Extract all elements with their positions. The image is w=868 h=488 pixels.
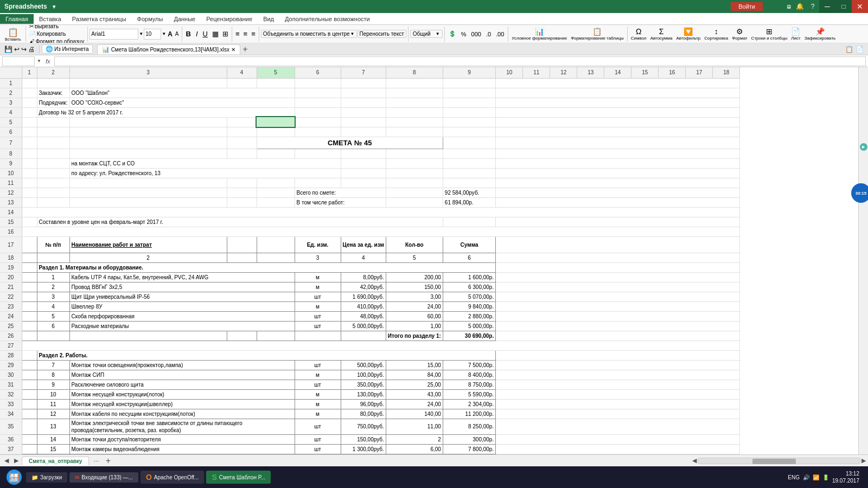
cell-20-I[interactable]: 1 600,00р. bbox=[443, 272, 495, 282]
cell-22-F[interactable]: шт bbox=[295, 292, 341, 301]
cell-38-C[interactable]: Укладка кабеля UTP 5cat bbox=[69, 454, 295, 454]
format-table-button[interactable]: 📋 Форматирование таблицы bbox=[569, 26, 626, 42]
cell-21-F[interactable]: м bbox=[295, 282, 341, 292]
cell-33-F[interactable]: м bbox=[295, 399, 341, 409]
col-header-18[interactable]: 18 bbox=[713, 67, 740, 78]
horizontal-scrollbar[interactable] bbox=[698, 458, 860, 464]
font-increase-button[interactable]: A bbox=[167, 30, 174, 38]
cell-35-G[interactable]: 750,00руб. bbox=[341, 419, 386, 434]
col-header-11[interactable]: 11 bbox=[523, 67, 550, 78]
cell-7-E[interactable]: СМЕТА № 45 bbox=[257, 137, 443, 149]
cell-33-G[interactable]: 96,00руб. bbox=[341, 399, 386, 409]
cell-34-F[interactable]: м bbox=[295, 409, 341, 419]
col-header-1[interactable]: 1 bbox=[22, 67, 37, 78]
cell-20-B[interactable]: 1 bbox=[37, 272, 69, 282]
cell-37-C[interactable]: Монтаж камеры видеонаблюдения bbox=[69, 444, 295, 454]
menu-insert[interactable]: Вставка bbox=[34, 14, 67, 24]
col-header-13[interactable]: 13 bbox=[577, 67, 604, 78]
cell-22-H[interactable]: 3,00 bbox=[386, 292, 443, 301]
cell-35-F[interactable]: шт bbox=[295, 419, 341, 434]
cell-12-H[interactable]: 92 584,00руб. bbox=[443, 188, 495, 197]
file-tab[interactable]: 📊 Смета Шаблон Рождественского,13[ЧАМ3].… bbox=[97, 44, 240, 54]
cell-34-I[interactable]: 11 200,00р. bbox=[443, 409, 495, 419]
cell-38-F[interactable]: м bbox=[295, 454, 341, 454]
col-header-15[interactable]: 15 bbox=[631, 67, 659, 78]
cell-17-G[interactable]: Цена за ед. изм bbox=[341, 236, 386, 253]
taskbar-mail[interactable]: ✉ Входящие (133) —... bbox=[69, 472, 138, 483]
cell-31-F[interactable]: шт bbox=[295, 380, 341, 389]
menu-data[interactable]: Данные bbox=[168, 14, 201, 24]
cell-15-B[interactable]: Составлен в уровне цен на февраль-март 2… bbox=[37, 217, 443, 227]
close-button[interactable]: ✕ bbox=[852, 0, 868, 13]
format-painter-button[interactable]: 🖌Формат по образцу bbox=[28, 38, 86, 43]
cell-38-G[interactable]: 15,00руб. bbox=[341, 454, 386, 454]
menu-formulas[interactable]: Формулы bbox=[132, 14, 169, 24]
view-icon-2[interactable]: 📄 bbox=[856, 46, 864, 53]
cell-23-C[interactable]: Швеллер 8У bbox=[69, 301, 295, 311]
cell-17-B[interactable]: № п/п bbox=[37, 236, 69, 253]
cell-20-F[interactable]: м bbox=[295, 272, 341, 282]
col-header-16[interactable]: 16 bbox=[659, 67, 686, 78]
speaker-icon[interactable]: 🔊 bbox=[803, 474, 809, 480]
cell-1-5[interactable] bbox=[257, 78, 295, 88]
cell-4-B[interactable]: Договор № 32 от 5 апреля 2017 г. bbox=[37, 107, 295, 117]
col-header-14[interactable]: 14 bbox=[604, 67, 631, 78]
dec-decrease-button[interactable]: .00 bbox=[494, 30, 506, 38]
cell-31-I[interactable]: 8 750,00р. bbox=[443, 380, 495, 389]
cell-3-C[interactable]: ООО "СОХО-сервис" bbox=[69, 98, 295, 107]
cell-23-G[interactable]: 410,00руб. bbox=[341, 301, 386, 311]
align-center-button[interactable]: ≡ bbox=[242, 29, 250, 38]
cell-2-1[interactable] bbox=[22, 88, 37, 98]
cell-30-B[interactable]: 8 bbox=[37, 370, 69, 380]
cell-23-H[interactable]: 24,00 bbox=[386, 301, 443, 311]
cell-37-I[interactable]: 7 800,00р. bbox=[443, 444, 495, 454]
cut-button[interactable]: ✂Вырезать bbox=[28, 25, 86, 30]
more-sheets-button[interactable]: ··· bbox=[90, 457, 102, 465]
bold-button[interactable]: B bbox=[184, 29, 193, 39]
cell-25-I[interactable]: 5 000,00р. bbox=[443, 321, 495, 331]
cell-1-8[interactable] bbox=[386, 78, 443, 88]
dec-increase-button[interactable]: .0 bbox=[484, 30, 493, 38]
save-icon[interactable]: 💾 bbox=[4, 46, 12, 53]
cell-2-G[interactable] bbox=[341, 88, 386, 98]
italic-button[interactable]: I bbox=[194, 29, 200, 39]
cell-33-I[interactable]: 2 304,00р. bbox=[443, 399, 495, 409]
cell-1-9[interactable] bbox=[443, 78, 495, 88]
cell-30-C[interactable]: Монтаж СИП bbox=[69, 370, 295, 380]
col-header-7[interactable]: 7 bbox=[341, 67, 386, 78]
cell-34-H[interactable]: 140,00 bbox=[386, 409, 443, 419]
cell-24-C[interactable]: Скоба перфорированная bbox=[69, 311, 295, 321]
cell-35-H[interactable]: 11,00 bbox=[386, 419, 443, 434]
number-format-dropdown[interactable]: Общий▼ bbox=[410, 30, 443, 38]
menu-page-layout[interactable]: Разметка страницы bbox=[67, 14, 132, 24]
cell-24-I[interactable]: 2 880,00р. bbox=[443, 311, 495, 321]
prev-sheet-button[interactable]: ◀ bbox=[2, 457, 11, 464]
align-left-button[interactable]: ≡ bbox=[234, 29, 241, 38]
cell-32-H[interactable]: 43,00 bbox=[386, 389, 443, 399]
cell-31-B[interactable]: 9 bbox=[37, 380, 69, 389]
sort-button[interactable]: ↕ Сортировка bbox=[703, 26, 730, 42]
cell-2-H[interactable] bbox=[386, 88, 443, 98]
cell-21-B[interactable]: 2 bbox=[37, 282, 69, 292]
cell-32-I[interactable]: 5 590,00р. bbox=[443, 389, 495, 399]
add-sheet-button[interactable]: + bbox=[103, 456, 113, 466]
cell-37-B[interactable]: 15 bbox=[37, 444, 69, 454]
cell-29-C[interactable]: Монтаж точки освещения(прожектор,лампа) bbox=[69, 360, 295, 370]
cell-22-G[interactable]: 1 690,00руб. bbox=[341, 292, 386, 301]
cell-29-G[interactable]: 500,00руб. bbox=[341, 360, 386, 370]
paste-button[interactable]: 📋 Вставить bbox=[2, 25, 24, 43]
taskbar-office[interactable]: O Apache OpenOff... bbox=[141, 471, 205, 484]
merge-button[interactable]: ⊞ bbox=[221, 29, 230, 38]
cell-13-F[interactable]: В том числе работ: bbox=[295, 197, 386, 207]
autofilter-button[interactable]: 🔽 Автофильтр bbox=[674, 26, 702, 42]
cell-5-E[interactable] bbox=[257, 117, 295, 127]
col-header-3[interactable]: 3 bbox=[69, 67, 227, 78]
cell-32-B[interactable]: 10 bbox=[37, 389, 69, 399]
wrap-text-button[interactable]: Переносить текст bbox=[358, 30, 406, 38]
scroll-right-icon[interactable]: ▶ bbox=[861, 457, 866, 464]
cell-20-G[interactable]: 8,00руб. bbox=[341, 272, 386, 282]
cell-35-B[interactable]: 13 bbox=[37, 419, 69, 434]
cell-24-B[interactable]: 5 bbox=[37, 311, 69, 321]
cell-2-C[interactable]: ООО "Шаблон" bbox=[69, 88, 295, 98]
cell-34-G[interactable]: 80,00руб. bbox=[341, 409, 386, 419]
